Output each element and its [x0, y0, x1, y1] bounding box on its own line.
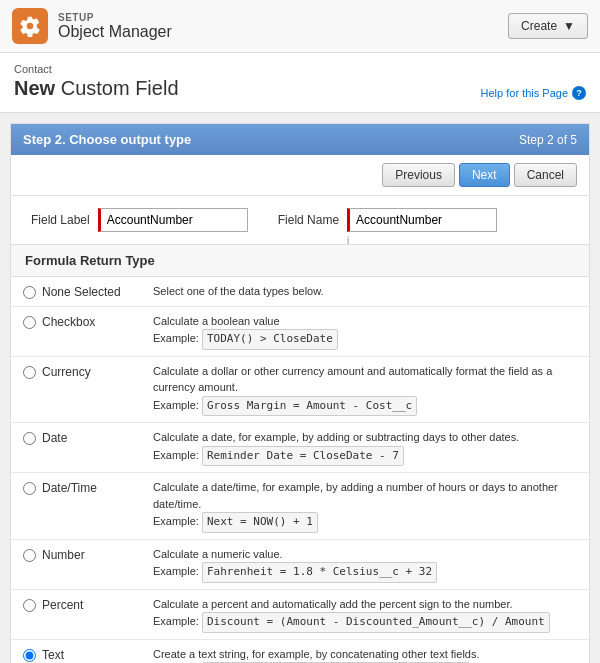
create-button-label: Create	[521, 19, 557, 33]
radio-col-currency: Currency	[23, 363, 129, 379]
form-fields: Field Label Field Name i	[11, 196, 589, 245]
radio-number-label[interactable]: Number	[42, 548, 85, 562]
next-button-top[interactable]: Next	[459, 163, 510, 187]
field-label-input[interactable]	[98, 208, 248, 232]
cancel-button-top[interactable]: Cancel	[514, 163, 577, 187]
radio-number[interactable]	[23, 549, 36, 562]
table-row: Number Calculate a numeric value. Exampl…	[11, 539, 589, 589]
desc-datetime: Calculate a date/time, for example, by a…	[141, 473, 589, 540]
previous-button-top[interactable]: Previous	[382, 163, 455, 187]
example-checkbox: TODAY() > CloseDate	[202, 329, 338, 350]
radio-text[interactable]	[23, 649, 36, 662]
gear-icon	[19, 15, 41, 37]
example-date: Reminder Date = CloseDate - 7	[202, 446, 404, 467]
desc-none: Select one of the data types below.	[141, 277, 589, 306]
help-icon: ?	[572, 86, 586, 100]
main-content: Step 2. Choose output type Step 2 of 5 P…	[10, 123, 590, 663]
radio-checkbox-label[interactable]: Checkbox	[42, 315, 95, 329]
radio-text-label[interactable]: Text	[42, 648, 64, 662]
field-name-wrapper: i	[347, 208, 497, 232]
breadcrumb: Contact	[14, 63, 179, 75]
table-row: Checkbox Calculate a boolean value Examp…	[11, 306, 589, 356]
radio-col-checkbox: Checkbox	[23, 313, 129, 329]
setup-label: SETUP	[58, 12, 172, 23]
field-name-group: Field Name i	[278, 208, 497, 232]
radio-datetime[interactable]	[23, 482, 36, 495]
radio-col-text: Text	[23, 646, 129, 662]
desc-percent: Calculate a percent and automatically ad…	[141, 589, 589, 639]
radio-percent-label[interactable]: Percent	[42, 598, 83, 612]
radio-col-number: Number	[23, 546, 129, 562]
app-header: SETUP Object Manager Create ▼	[0, 0, 600, 53]
radio-none[interactable]	[23, 286, 36, 299]
create-button[interactable]: Create ▼	[508, 13, 588, 39]
table-row: Percent Calculate a percent and automati…	[11, 589, 589, 639]
radio-checkbox[interactable]	[23, 316, 36, 329]
object-manager-label: Object Manager	[58, 23, 172, 41]
step-header: Step 2. Choose output type Step 2 of 5	[11, 124, 589, 155]
step-title: Step 2. Choose output type	[23, 132, 191, 147]
radio-currency[interactable]	[23, 366, 36, 379]
table-row: Currency Calculate a dollar or other cur…	[11, 356, 589, 423]
formula-section-title: Formula Return Type	[11, 245, 589, 277]
field-name-info: i	[347, 235, 349, 246]
radio-date[interactable]	[23, 432, 36, 445]
field-label-group: Field Label	[31, 208, 248, 232]
help-link[interactable]: Help for this Page ?	[481, 86, 586, 100]
example-datetime: Next = NOW() + 1	[202, 512, 318, 533]
page-title-custom-field: Custom Field	[61, 77, 179, 99]
step-number: Step 2 of 5	[519, 133, 577, 147]
desc-text: Create a text string, for example, by co…	[141, 639, 589, 663]
desc-date: Calculate a date, for example, by adding…	[141, 423, 589, 473]
example-currency: Gross Margin = Amount - Cost__c	[202, 396, 417, 417]
radio-col-percent: Percent	[23, 596, 129, 612]
header-left: SETUP Object Manager	[12, 8, 172, 44]
help-label: Help for this Page	[481, 87, 568, 99]
radio-col-date: Date	[23, 429, 129, 445]
desc-currency: Calculate a dollar or other currency amo…	[141, 356, 589, 423]
setup-icon	[12, 8, 48, 44]
radio-none-label[interactable]: None Selected	[42, 285, 121, 299]
top-button-bar: Previous Next Cancel	[11, 155, 589, 196]
page-title-new: New	[14, 77, 61, 99]
radio-percent[interactable]	[23, 599, 36, 612]
desc-number: Calculate a numeric value. Example: Fahr…	[141, 539, 589, 589]
radio-col-none: None Selected	[23, 283, 129, 299]
radio-datetime-label[interactable]: Date/Time	[42, 481, 97, 495]
field-name-label: Field Name	[278, 213, 339, 227]
dropdown-arrow-icon: ▼	[563, 19, 575, 33]
page-title: New Custom Field	[14, 77, 179, 100]
radio-currency-label[interactable]: Currency	[42, 365, 91, 379]
page-header: Contact New Custom Field Help for this P…	[0, 53, 600, 113]
page-header-left: Contact New Custom Field	[14, 63, 179, 100]
table-row: Date Calculate a date, for example, by a…	[11, 423, 589, 473]
field-label-label: Field Label	[31, 213, 90, 227]
radio-date-label[interactable]: Date	[42, 431, 67, 445]
table-row: Text Create a text string, for example, …	[11, 639, 589, 663]
example-number: Fahrenheit = 1.8 * Celsius__c + 32	[202, 562, 437, 583]
table-row: None Selected Select one of the data typ…	[11, 277, 589, 306]
header-titles: SETUP Object Manager	[58, 12, 172, 41]
formula-return-type-table: None Selected Select one of the data typ…	[11, 277, 589, 663]
example-percent: Discount = (Amount - Discounted_Amount__…	[202, 612, 550, 633]
radio-col-datetime: Date/Time	[23, 479, 129, 495]
field-name-input[interactable]	[347, 208, 497, 232]
table-row: Date/Time Calculate a date/time, for exa…	[11, 473, 589, 540]
desc-checkbox: Calculate a boolean value Example: TODAY…	[141, 306, 589, 356]
